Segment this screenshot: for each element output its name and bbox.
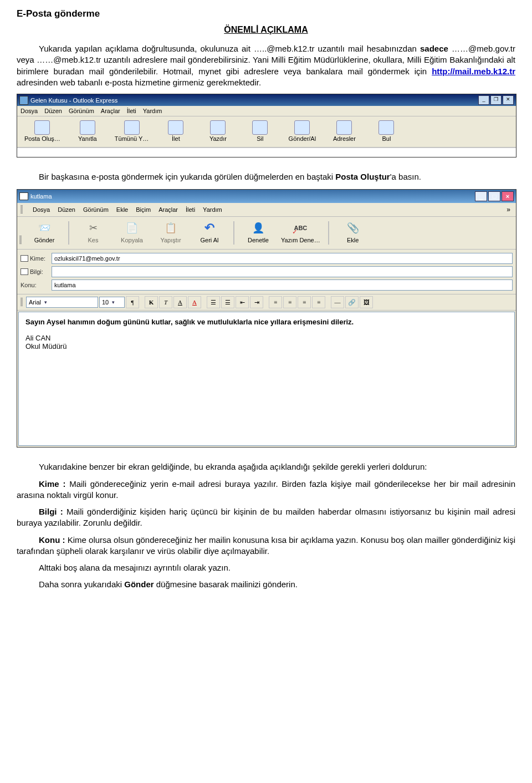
print-icon [210, 120, 226, 135]
attach-icon [345, 220, 361, 236]
paste-button[interactable]: Yapıştır [152, 219, 189, 245]
app-icon [19, 96, 28, 105]
close-button[interactable]: ✕ [503, 95, 514, 105]
page-heading: E-Posta gönderme [17, 8, 515, 19]
font-select[interactable]: Arial [26, 297, 98, 308]
outlook-inbox-window: Gelen Kutusu - Outlook Express _ ❐ ✕ Dos… [17, 94, 516, 157]
divider [233, 221, 234, 245]
format-bar: Arial 10 ¶ K T A A ☰ ☰ ⇤ ⇥ ≡ ≡ ≡ ≡ — 🔗 🖼 [17, 294, 516, 311]
addresses-button[interactable]: Adresler [324, 119, 364, 144]
menu-item[interactable]: Dosya [33, 206, 50, 213]
subject-input[interactable]: kutlama [52, 279, 513, 291]
mail-link[interactable]: http://mail.meb.k12.tr [432, 67, 515, 76]
bulletlist-button[interactable]: ☰ [221, 296, 234, 308]
sendreceive-button[interactable]: Gönder/Al [282, 119, 322, 144]
cc-label[interactable]: Bilgi: [21, 268, 52, 275]
grip-icon [21, 205, 23, 214]
outdent-button[interactable]: ⇤ [236, 296, 249, 308]
text: düğmesine basarak mailinizi gönderin. [154, 579, 298, 589]
reply-icon [80, 120, 95, 135]
menu-item[interactable]: Düzen [58, 206, 75, 213]
cut-button[interactable]: Kes [75, 219, 111, 245]
paragraph-style-button[interactable]: ¶ [126, 296, 139, 308]
spell-icon [292, 220, 309, 236]
minimize-button[interactable]: _ [478, 95, 489, 105]
fontsize-select[interactable]: 10 [99, 297, 125, 308]
maximize-button[interactable]: ❐ [490, 95, 502, 105]
menu-item[interactable]: İleti [127, 108, 136, 114]
paragraph-konu: Konu : Kime olursa olsun göndereceğiniz … [17, 535, 515, 557]
menu-item[interactable]: Yardım [143, 108, 162, 114]
text: 'a basın. [390, 172, 421, 181]
hr-button[interactable]: — [331, 296, 344, 308]
align-right-button[interactable]: ≡ [298, 296, 311, 308]
italic-button[interactable]: T [159, 296, 172, 308]
menu-item[interactable]: Araçlar [101, 108, 120, 114]
paragraph-bilgi: Bilgi : Maili gönderdiğiniz kişiden hari… [17, 506, 515, 529]
menu-item[interactable]: Dosya [21, 108, 38, 114]
to-input[interactable]: ozluksicil71@meb.gov.tr [52, 253, 513, 264]
insert-image-button[interactable]: 🖼 [360, 296, 373, 308]
body-line: Okul Müdürü [25, 342, 508, 350]
align-justify-button[interactable]: ≡ [312, 296, 325, 308]
forward-icon [168, 120, 183, 135]
toolbar: Posta Oluş… Yanıtla Tümünü Y… İlet Yazdı… [17, 116, 516, 148]
menu-item[interactable]: Yardım [203, 206, 222, 213]
menu-item[interactable]: Düzen [44, 108, 62, 114]
forward-button[interactable]: İlet [156, 119, 196, 144]
menu-item[interactable]: Görünüm [83, 206, 109, 213]
fontcolor-button[interactable]: A [188, 296, 201, 308]
check-button[interactable]: Denetle [240, 219, 277, 245]
to-label[interactable]: Kime: [21, 255, 52, 262]
cc-input[interactable] [52, 266, 513, 277]
copy-button[interactable]: Kopyala [114, 219, 150, 245]
content-strip [17, 148, 516, 157]
body-line: Ali CAN [25, 334, 508, 342]
indent-button[interactable]: ⇥ [250, 296, 263, 308]
paragraph-alt: Alttaki boş alana da mesajınızı ayrıntıl… [17, 562, 515, 573]
window-title: Gelen Kutusu - Outlook Express [30, 97, 117, 104]
insert-link-button[interactable]: 🔗 [345, 296, 359, 308]
text-bold: Gönder [124, 579, 154, 589]
print-button[interactable]: Yazdır [198, 119, 238, 144]
text: Bir başkasına e-posta göndermek için yuk… [39, 172, 335, 181]
menu-item[interactable]: Görünüm [69, 108, 94, 114]
delete-button[interactable]: Sil [240, 119, 280, 144]
align-center-button[interactable]: ≡ [283, 296, 296, 308]
menu-item[interactable]: Araçlar [158, 206, 178, 213]
overflow-chevron-icon[interactable]: » [504, 206, 513, 213]
field-label: Kime : [39, 479, 65, 489]
close-button[interactable]: × [502, 191, 514, 201]
addresses-icon [336, 120, 352, 135]
window-title: kutlama [30, 193, 52, 200]
bold-button[interactable]: K [145, 296, 158, 308]
attach-button[interactable]: Ekle [335, 219, 371, 245]
undo-button[interactable]: Geri Al [191, 219, 228, 245]
send-button[interactable]: Gönder [26, 219, 63, 245]
menu-item[interactable]: Ekle [116, 206, 128, 213]
reply-all-button[interactable]: Tümünü Y… [110, 119, 154, 144]
grip-icon [19, 236, 22, 245]
compose-icon [34, 120, 50, 135]
body-line: Sayın Aysel hanımın doğum gününü kutlar,… [25, 318, 508, 326]
underline-button[interactable]: A [173, 296, 187, 308]
menu-item[interactable]: İleti [186, 206, 195, 213]
minimize-button[interactable]: _ [475, 191, 487, 201]
menu-item[interactable]: Biçim [136, 206, 151, 213]
find-button[interactable]: Bul [366, 119, 406, 144]
copy-icon [124, 220, 140, 236]
divider [328, 221, 329, 245]
message-body[interactable]: Sayın Aysel hanımın doğum gününü kutlar,… [18, 312, 515, 446]
maximize-button[interactable]: □ [488, 191, 500, 201]
header-fields: Kime: ozluksicil71@meb.gov.tr Bilgi: Kon… [17, 250, 516, 294]
numberlist-button[interactable]: ☰ [207, 296, 220, 308]
compose-button[interactable]: Posta Oluş… [19, 119, 65, 144]
align-left-button[interactable]: ≡ [269, 296, 282, 308]
spellcheck-button[interactable]: Yazım Dene… [279, 219, 323, 245]
text: Kime olursa olsun göndereceğiniz her mai… [17, 535, 515, 556]
menubar: Dosya Düzen Görünüm Ekle Biçim Araçlar İ… [17, 203, 516, 217]
reply-button[interactable]: Yanıtla [68, 119, 108, 144]
undo-icon [201, 220, 218, 236]
grip-icon [21, 298, 23, 307]
menubar: Dosya Düzen Görünüm Araçlar İleti Yardım [17, 106, 516, 116]
